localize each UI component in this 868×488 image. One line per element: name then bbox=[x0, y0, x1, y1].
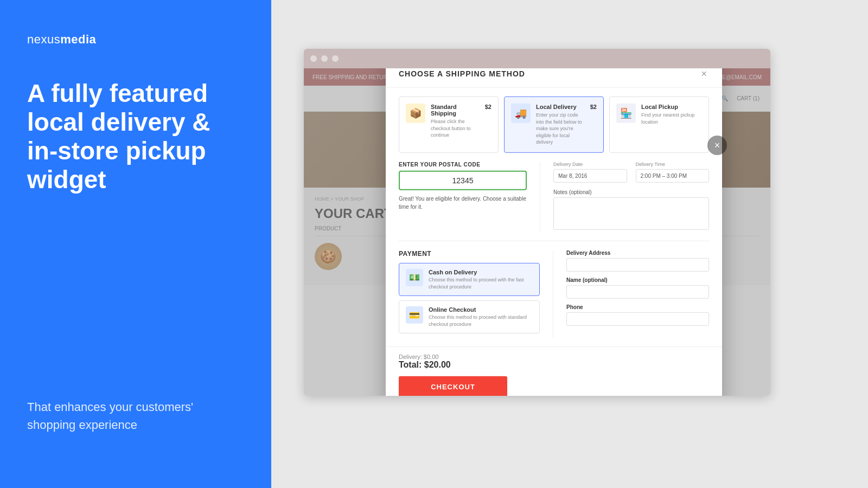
method-card-local-delivery[interactable]: 🚚 Local Delivery Enter your zip code int… bbox=[504, 97, 604, 153]
browser-window: FREE SHIPPING AND RETURNS CONTACT | 0000… bbox=[304, 49, 770, 396]
checkout-button[interactable]: CHECKOUT bbox=[399, 376, 507, 396]
payment-section: PAYMENT 💵 Cash on Delivery Choose this m… bbox=[386, 250, 722, 346]
local-delivery-name: Local Delivery bbox=[536, 104, 585, 110]
brand-bold: media bbox=[60, 33, 96, 46]
modal-header: CHOOSE A SHIPPING METHOD × bbox=[386, 68, 722, 88]
shipping-methods: 📦 Standard Shipping Please click the che… bbox=[386, 88, 722, 162]
floating-close-button[interactable]: × bbox=[707, 136, 727, 155]
modal-body: ENTER YOUR POSTAL CODE Great! You are el… bbox=[386, 162, 722, 241]
browser-dot-2 bbox=[321, 55, 328, 62]
payment-left: PAYMENT 💵 Cash on Delivery Choose this m… bbox=[399, 250, 540, 338]
browser-bar bbox=[304, 49, 770, 68]
local-delivery-icon: 🚚 bbox=[511, 104, 531, 123]
modal-divider bbox=[399, 241, 709, 241]
date-time-row: Delivery Date Delivery Time 2:00 PM – 3:… bbox=[553, 162, 709, 183]
delivery-time-label: Delivery Time bbox=[636, 162, 710, 167]
local-pickup-name: Local Pickup bbox=[641, 104, 702, 110]
cash-icon: 💵 bbox=[406, 269, 423, 286]
browser-dot-1 bbox=[310, 55, 317, 62]
local-pickup-info: Local Pickup Find your nearest pickup lo… bbox=[641, 104, 702, 125]
delivery-date-input[interactable] bbox=[553, 169, 627, 183]
browser-content: FREE SHIPPING AND RETURNS CONTACT | 0000… bbox=[304, 68, 770, 396]
subtext: That enhances your customers' shopping e… bbox=[27, 398, 244, 455]
left-panel: nexusmedia A fully featured local delive… bbox=[0, 0, 271, 488]
standard-name: Standard Shipping bbox=[431, 104, 480, 117]
local-delivery-desc: Enter your zip code into the field below… bbox=[536, 112, 585, 146]
delivery-address-label: Delivery Address bbox=[566, 250, 709, 256]
date-field: Delivery Date bbox=[553, 162, 627, 183]
time-field: Delivery Time 2:00 PM – 3:00 PM 3:00 PM … bbox=[636, 162, 710, 183]
payment-right: Delivery Address Name (optional) Phone bbox=[553, 250, 709, 338]
local-delivery-price: $2 bbox=[590, 104, 597, 110]
standard-price: $2 bbox=[485, 104, 492, 110]
online-icon: 💳 bbox=[406, 306, 423, 324]
delivery-cost: Delivery: $0.00 bbox=[399, 347, 709, 360]
local-pickup-desc: Find your nearest pickup location bbox=[641, 112, 702, 125]
notes-label: Notes (optional) bbox=[553, 189, 709, 195]
right-area: FREE SHIPPING AND RETURNS CONTACT | 0000… bbox=[271, 0, 868, 488]
online-desc: Choose this method to proceed with stand… bbox=[429, 314, 533, 328]
eligible-text: Great! You are eligible for delivery. Ch… bbox=[399, 195, 527, 211]
total-section: Delivery: $0.00 Total: $20.00 CHECKOUT bbox=[386, 346, 722, 396]
standard-icon: 📦 bbox=[406, 104, 425, 123]
payment-card-cash[interactable]: 💵 Cash on Delivery Choose this method to… bbox=[399, 263, 540, 296]
cash-name: Cash on Delivery bbox=[429, 269, 533, 275]
modal-left: ENTER YOUR POSTAL CODE Great! You are el… bbox=[399, 162, 540, 232]
brand-light: nexus bbox=[27, 33, 60, 46]
online-name: Online Checkout bbox=[429, 306, 533, 313]
modal-close-button[interactable]: × bbox=[699, 69, 709, 79]
total-amount: Total: $20.00 bbox=[399, 360, 709, 370]
cash-desc: Choose this method to proceed with the f… bbox=[429, 277, 533, 290]
notes-textarea[interactable] bbox=[553, 197, 709, 230]
cash-info: Cash on Delivery Choose this method to p… bbox=[429, 269, 533, 290]
method-card-local-pickup[interactable]: 🏪 Local Pickup Find your nearest pickup … bbox=[609, 97, 709, 153]
shipping-modal: CHOOSE A SHIPPING METHOD × 📦 Standard Sh… bbox=[386, 68, 722, 396]
brand: nexusmedia bbox=[27, 33, 244, 47]
phone-label: Phone bbox=[566, 304, 709, 310]
local-delivery-info: Local Delivery Enter your zip code into … bbox=[536, 104, 585, 146]
headline: A fully featured local delivery & in-sto… bbox=[27, 79, 244, 194]
standard-desc: Please click the checkout button to cont… bbox=[431, 118, 480, 139]
name-label: Name (optional) bbox=[566, 277, 709, 283]
modal-right: Delivery Date Delivery Time 2:00 PM – 3:… bbox=[540, 162, 709, 232]
delivery-date-label: Delivery Date bbox=[553, 162, 627, 167]
name-input[interactable] bbox=[566, 285, 709, 299]
local-pickup-icon: 🏪 bbox=[616, 104, 636, 123]
postal-code-label: ENTER YOUR POSTAL CODE bbox=[399, 162, 527, 168]
delivery-time-select[interactable]: 2:00 PM – 3:00 PM 3:00 PM – 4:00 PM bbox=[636, 169, 710, 183]
online-info: Online Checkout Choose this method to pr… bbox=[429, 306, 533, 328]
delivery-address-input[interactable] bbox=[566, 258, 709, 272]
phone-input[interactable] bbox=[566, 312, 709, 326]
standard-info: Standard Shipping Please click the check… bbox=[431, 104, 480, 139]
browser-dot-3 bbox=[332, 55, 339, 62]
method-card-standard[interactable]: 📦 Standard Shipping Please click the che… bbox=[399, 97, 499, 153]
payment-label: PAYMENT bbox=[399, 250, 540, 258]
modal-title: CHOOSE A SHIPPING METHOD bbox=[399, 69, 525, 78]
payment-card-online[interactable]: 💳 Online Checkout Choose this method to … bbox=[399, 300, 540, 333]
postal-code-input[interactable] bbox=[399, 171, 527, 190]
